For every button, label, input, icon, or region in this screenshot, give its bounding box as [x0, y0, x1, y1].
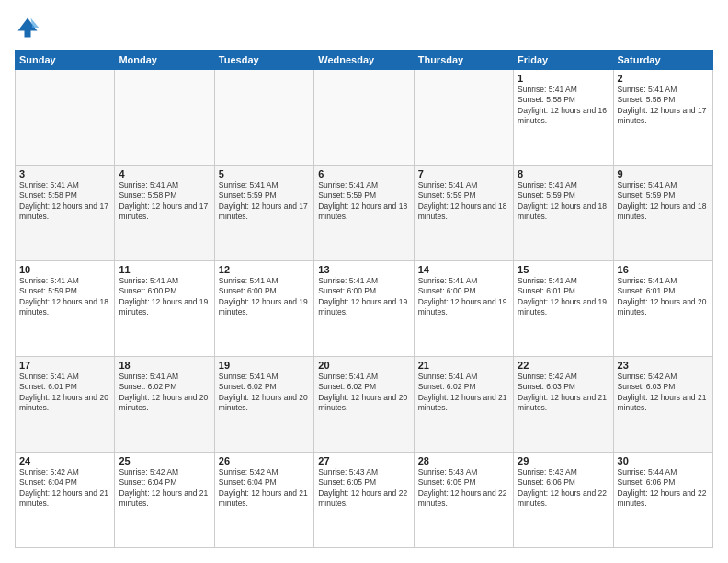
day-info: Sunrise: 5:43 AM Sunset: 6:05 PM Dayligh…: [318, 467, 409, 510]
day-info: Sunrise: 5:41 AM Sunset: 5:59 PM Dayligh…: [418, 180, 509, 223]
day-number: 5: [219, 168, 310, 179]
calendar-cell: 20Sunrise: 5:41 AM Sunset: 6:02 PM Dayli…: [314, 357, 414, 453]
day-number: 17: [19, 360, 110, 371]
day-info: Sunrise: 5:41 AM Sunset: 5:59 PM Dayligh…: [518, 180, 609, 223]
day-info: Sunrise: 5:41 AM Sunset: 5:59 PM Dayligh…: [19, 276, 110, 318]
day-number: 7: [418, 168, 509, 179]
day-number: 22: [518, 360, 609, 371]
weekday-header-row: SundayMondayTuesdayWednesdayThursdayFrid…: [16, 51, 713, 70]
day-number: 2: [618, 73, 709, 84]
day-info: Sunrise: 5:42 AM Sunset: 6:04 PM Dayligh…: [119, 467, 210, 510]
week-row-2: 3Sunrise: 5:41 AM Sunset: 5:58 PM Daylig…: [16, 166, 713, 261]
calendar-cell: 7Sunrise: 5:41 AM Sunset: 5:59 PM Daylig…: [414, 166, 513, 261]
day-info: Sunrise: 5:41 AM Sunset: 6:02 PM Dayligh…: [318, 372, 409, 414]
calendar-cell: 21Sunrise: 5:41 AM Sunset: 6:02 PM Dayli…: [414, 357, 513, 453]
weekday-header-wednesday: Wednesday: [314, 51, 414, 70]
day-info: Sunrise: 5:41 AM Sunset: 5:59 PM Dayligh…: [318, 180, 409, 223]
calendar-cell: 28Sunrise: 5:43 AM Sunset: 6:05 PM Dayli…: [414, 453, 513, 548]
calendar-cell: 12Sunrise: 5:41 AM Sunset: 6:00 PM Dayli…: [214, 261, 313, 357]
calendar-cell: 17Sunrise: 5:41 AM Sunset: 6:01 PM Dayli…: [16, 357, 115, 453]
day-info: Sunrise: 5:41 AM Sunset: 6:01 PM Dayligh…: [518, 276, 609, 318]
day-info: Sunrise: 5:41 AM Sunset: 6:00 PM Dayligh…: [119, 276, 210, 318]
calendar-cell: 22Sunrise: 5:42 AM Sunset: 6:03 PM Dayli…: [514, 357, 613, 453]
day-info: Sunrise: 5:41 AM Sunset: 6:00 PM Dayligh…: [318, 276, 409, 318]
calendar-cell: 23Sunrise: 5:42 AM Sunset: 6:03 PM Dayli…: [613, 357, 712, 453]
day-info: Sunrise: 5:41 AM Sunset: 5:58 PM Dayligh…: [119, 180, 210, 223]
day-info: Sunrise: 5:41 AM Sunset: 6:00 PM Dayligh…: [418, 276, 509, 318]
day-info: Sunrise: 5:41 AM Sunset: 5:58 PM Dayligh…: [618, 85, 709, 127]
calendar-cell: [214, 70, 313, 166]
day-number: 4: [119, 168, 210, 179]
day-info: Sunrise: 5:44 AM Sunset: 6:06 PM Dayligh…: [618, 467, 709, 510]
day-number: 8: [518, 168, 609, 179]
calendar-cell: 29Sunrise: 5:43 AM Sunset: 6:06 PM Dayli…: [514, 453, 613, 548]
day-number: 18: [119, 360, 210, 371]
day-number: 10: [19, 264, 110, 275]
calendar-cell: 14Sunrise: 5:41 AM Sunset: 6:00 PM Dayli…: [414, 261, 513, 357]
calendar-cell: 26Sunrise: 5:42 AM Sunset: 6:04 PM Dayli…: [214, 453, 313, 548]
day-number: 24: [19, 455, 110, 466]
logo: [15, 15, 44, 40]
day-number: 23: [618, 360, 709, 371]
calendar-cell: 18Sunrise: 5:41 AM Sunset: 6:02 PM Dayli…: [115, 357, 214, 453]
day-info: Sunrise: 5:41 AM Sunset: 5:58 PM Dayligh…: [19, 180, 110, 223]
day-number: 20: [318, 360, 409, 371]
day-number: 12: [219, 264, 310, 275]
weekday-header-friday: Friday: [514, 51, 613, 70]
calendar-cell: 19Sunrise: 5:41 AM Sunset: 6:02 PM Dayli…: [214, 357, 313, 453]
calendar-cell: 8Sunrise: 5:41 AM Sunset: 5:59 PM Daylig…: [514, 166, 613, 261]
calendar-cell: [414, 70, 513, 166]
day-number: 28: [418, 455, 509, 466]
day-info: Sunrise: 5:43 AM Sunset: 6:05 PM Dayligh…: [418, 467, 509, 510]
calendar-cell: 9Sunrise: 5:41 AM Sunset: 5:59 PM Daylig…: [613, 166, 712, 261]
weekday-header-thursday: Thursday: [414, 51, 513, 70]
day-number: 21: [418, 360, 509, 371]
calendar-cell: 24Sunrise: 5:42 AM Sunset: 6:04 PM Dayli…: [16, 453, 115, 548]
day-info: Sunrise: 5:43 AM Sunset: 6:06 PM Dayligh…: [518, 467, 609, 510]
day-info: Sunrise: 5:41 AM Sunset: 6:02 PM Dayligh…: [219, 372, 310, 414]
day-info: Sunrise: 5:41 AM Sunset: 5:59 PM Dayligh…: [219, 180, 310, 223]
day-number: 26: [219, 455, 310, 466]
day-number: 11: [119, 264, 210, 275]
day-number: 16: [618, 264, 709, 275]
day-info: Sunrise: 5:41 AM Sunset: 6:02 PM Dayligh…: [418, 372, 509, 414]
calendar-cell: 2Sunrise: 5:41 AM Sunset: 5:58 PM Daylig…: [613, 70, 712, 166]
day-number: 9: [618, 168, 709, 179]
day-number: 27: [318, 455, 409, 466]
week-row-4: 17Sunrise: 5:41 AM Sunset: 6:01 PM Dayli…: [16, 357, 713, 453]
calendar-cell: 13Sunrise: 5:41 AM Sunset: 6:00 PM Dayli…: [314, 261, 414, 357]
logo-icon: [15, 15, 40, 40]
day-info: Sunrise: 5:41 AM Sunset: 6:01 PM Dayligh…: [618, 276, 709, 318]
day-number: 30: [618, 455, 709, 466]
calendar-cell: 3Sunrise: 5:41 AM Sunset: 5:58 PM Daylig…: [16, 166, 115, 261]
calendar-cell: 30Sunrise: 5:44 AM Sunset: 6:06 PM Dayli…: [613, 453, 712, 548]
week-row-5: 24Sunrise: 5:42 AM Sunset: 6:04 PM Dayli…: [16, 453, 713, 548]
week-row-1: 1Sunrise: 5:41 AM Sunset: 5:58 PM Daylig…: [16, 70, 713, 166]
day-number: 14: [418, 264, 509, 275]
calendar-cell: 16Sunrise: 5:41 AM Sunset: 6:01 PM Dayli…: [613, 261, 712, 357]
week-row-3: 10Sunrise: 5:41 AM Sunset: 5:59 PM Dayli…: [16, 261, 713, 357]
calendar-cell: 11Sunrise: 5:41 AM Sunset: 6:00 PM Dayli…: [115, 261, 214, 357]
day-number: 15: [518, 264, 609, 275]
calendar-cell: [16, 70, 115, 166]
calendar-cell: 15Sunrise: 5:41 AM Sunset: 6:01 PM Dayli…: [514, 261, 613, 357]
page: SundayMondayTuesdayWednesdayThursdayFrid…: [0, 0, 728, 563]
calendar-cell: [314, 70, 414, 166]
day-info: Sunrise: 5:41 AM Sunset: 6:01 PM Dayligh…: [19, 372, 110, 414]
day-info: Sunrise: 5:42 AM Sunset: 6:04 PM Dayligh…: [219, 467, 310, 510]
weekday-header-tuesday: Tuesday: [214, 51, 313, 70]
day-number: 6: [318, 168, 409, 179]
day-info: Sunrise: 5:42 AM Sunset: 6:03 PM Dayligh…: [518, 372, 609, 414]
day-number: 3: [19, 168, 110, 179]
day-info: Sunrise: 5:42 AM Sunset: 6:03 PM Dayligh…: [618, 372, 709, 414]
calendar-cell: 1Sunrise: 5:41 AM Sunset: 5:58 PM Daylig…: [514, 70, 613, 166]
day-number: 19: [219, 360, 310, 371]
day-info: Sunrise: 5:42 AM Sunset: 6:04 PM Dayligh…: [19, 467, 110, 510]
day-info: Sunrise: 5:41 AM Sunset: 6:00 PM Dayligh…: [219, 276, 310, 318]
calendar-cell: 25Sunrise: 5:42 AM Sunset: 6:04 PM Dayli…: [115, 453, 214, 548]
weekday-header-saturday: Saturday: [613, 51, 712, 70]
calendar-cell: 5Sunrise: 5:41 AM Sunset: 5:59 PM Daylig…: [214, 166, 313, 261]
calendar-cell: 4Sunrise: 5:41 AM Sunset: 5:58 PM Daylig…: [115, 166, 214, 261]
calendar-cell: 27Sunrise: 5:43 AM Sunset: 6:05 PM Dayli…: [314, 453, 414, 548]
weekday-header-sunday: Sunday: [16, 51, 115, 70]
